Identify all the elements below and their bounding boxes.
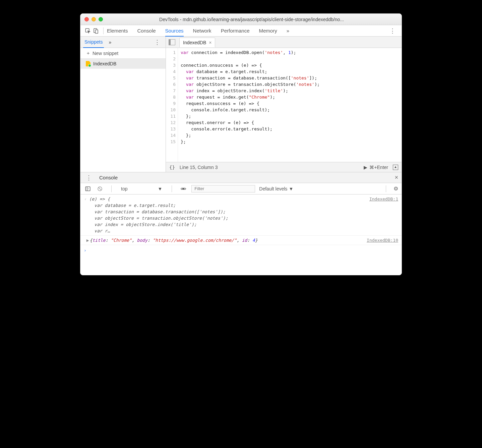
svg-rect-2 <box>96 30 98 34</box>
new-snippet-label: New snippet <box>93 51 118 56</box>
console-message[interactable]: ‹ (e) => { var database = e.target.resul… <box>80 194 402 236</box>
cursor-position: Line 15, Column 3 <box>180 165 218 170</box>
run-shortcut-label: ⌘+Enter <box>369 165 388 170</box>
chevron-down-icon: ▼ <box>289 186 293 191</box>
nav-tabs-overflow[interactable]: » <box>107 37 113 48</box>
editor-tab-label: IndexedDB <box>183 40 206 45</box>
panel-tabs: Elements Console Sources Network Perform… <box>107 25 289 36</box>
minimize-window-button[interactable] <box>92 17 96 21</box>
tab-performance[interactable]: Performance <box>221 25 250 36</box>
context-selector[interactable]: top ▼ <box>119 185 164 192</box>
close-window-button[interactable] <box>84 17 89 21</box>
drawer-tab-console[interactable]: Console <box>99 175 118 180</box>
tab-network[interactable]: Network <box>193 25 212 36</box>
console-message[interactable]: ▶{title: "Chrome", body: "https://www.go… <box>80 236 402 245</box>
console-prompt[interactable]: › <box>80 245 402 256</box>
editor-tab-indexeddb[interactable]: IndexedDB × <box>179 38 215 47</box>
snippet-file-icon <box>86 61 91 66</box>
code-content[interactable]: var connection = indexedDB.open('notes',… <box>178 48 322 162</box>
divider <box>386 185 386 192</box>
tab-elements[interactable]: Elements <box>107 25 128 36</box>
log-levels-selector[interactable]: Default levels ▼ <box>259 186 293 191</box>
tab-sources[interactable]: Sources <box>165 25 184 37</box>
sources-panel: Snippets » ⋮ ＋ New snippet IndexedDB Ind… <box>80 37 402 172</box>
nav-tab-snippets[interactable]: Snippets <box>83 37 104 48</box>
device-toolbar-icon[interactable] <box>92 27 100 35</box>
maximize-window-button[interactable] <box>99 17 103 21</box>
console-message-source[interactable]: IndexedDB:1 <box>366 196 398 234</box>
divider <box>103 27 104 34</box>
close-tab-icon[interactable]: × <box>209 40 212 45</box>
tabs-overflow[interactable]: » <box>287 25 289 36</box>
chevron-down-icon: ▼ <box>158 186 162 191</box>
console-message-source[interactable]: IndexedDB:10 <box>363 237 398 243</box>
console-sidebar-toggle-icon[interactable] <box>84 185 92 193</box>
console-message-text: ‹ (e) => { var database = e.target.resul… <box>84 196 366 234</box>
console-output: ‹ (e) => { var database = e.target.resul… <box>80 194 402 275</box>
editor-tabs: IndexedDB × <box>166 37 402 48</box>
drawer-header: ⋮ Console × <box>80 172 402 183</box>
pretty-print-icon[interactable]: {} <box>169 165 175 170</box>
run-snippet-button[interactable]: ▶ ⌘+Enter <box>364 165 388 170</box>
snippet-item-label: IndexedDB <box>93 61 116 66</box>
console-message-object[interactable]: ▶{title: "Chrome", body: "https://www.go… <box>84 237 363 243</box>
navigator-tabs: Snippets » ⋮ <box>80 37 166 48</box>
window-title: DevTools - mdn.github.io/learning-area/j… <box>106 17 398 22</box>
toggle-debugger-icon[interactable]: ▲ <box>393 165 398 170</box>
console-settings-icon[interactable]: ⚙ <box>394 185 398 192</box>
traffic-lights <box>84 17 103 21</box>
divider <box>111 185 112 192</box>
editor-area: IndexedDB × 123456789101112131415 var co… <box>166 37 402 172</box>
console-toolbar: top ▼ Default levels ▼ ⚙ <box>80 183 402 194</box>
nav-more-icon[interactable]: ⋮ <box>152 39 163 45</box>
live-expression-icon[interactable] <box>179 185 187 193</box>
snippet-item-indexeddb[interactable]: IndexedDB <box>80 59 166 69</box>
code-editor[interactable]: 123456789101112131415 var connection = i… <box>166 48 402 162</box>
context-label: top <box>121 186 127 191</box>
devtools-window: DevTools - mdn.github.io/learning-area/j… <box>80 13 402 275</box>
line-number-gutter: 123456789101112131415 <box>166 48 178 162</box>
inspect-element-icon[interactable] <box>84 27 92 35</box>
toggle-navigator-icon[interactable] <box>169 39 175 45</box>
drawer-menu-icon[interactable]: ⋮ <box>84 175 95 181</box>
main-tabs-bar: Elements Console Sources Network Perform… <box>80 25 402 37</box>
tab-memory[interactable]: Memory <box>259 25 277 36</box>
clear-console-icon[interactable] <box>96 185 104 193</box>
close-drawer-icon[interactable]: × <box>395 174 398 181</box>
plus-icon: ＋ <box>86 50 91 56</box>
log-levels-label: Default levels <box>259 186 287 191</box>
settings-menu-icon[interactable]: ⋮ <box>387 28 398 34</box>
titlebar: DevTools - mdn.github.io/learning-area/j… <box>80 14 402 25</box>
divider <box>172 185 172 192</box>
editor-statusbar: {} Line 15, Column 3 ▶ ⌘+Enter ▲ <box>166 162 402 172</box>
console-filter-input[interactable] <box>191 185 255 192</box>
tab-console[interactable]: Console <box>137 25 156 36</box>
navigator-sidebar: Snippets » ⋮ ＋ New snippet IndexedDB <box>80 37 166 172</box>
new-snippet-button[interactable]: ＋ New snippet <box>80 48 166 59</box>
play-icon: ▶ <box>364 165 367 170</box>
